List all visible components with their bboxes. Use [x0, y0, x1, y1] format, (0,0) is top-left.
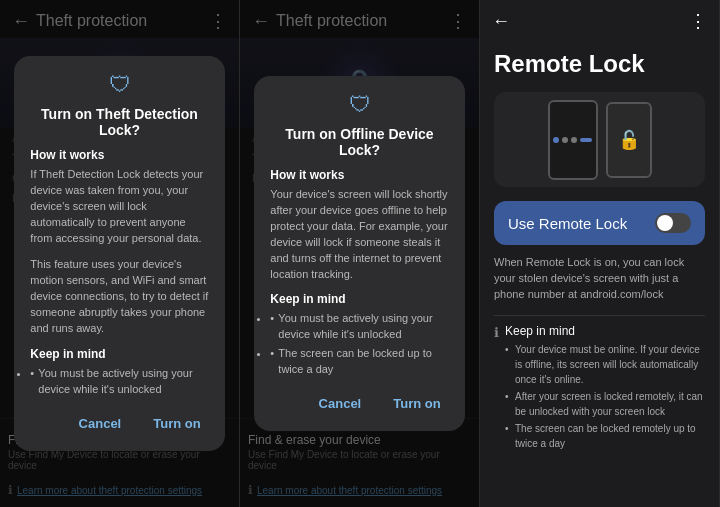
dot-1 [553, 137, 559, 143]
modal-title-2: Turn on Offline Device Lock? [270, 126, 448, 158]
modal-keep-mind-item-2-1: The screen can be locked up to twice a d… [270, 346, 448, 378]
keep-mind-row: ℹ Keep in mind Your device must be onlin… [494, 324, 705, 453]
modal-actions-2: Cancel Turn on [270, 392, 448, 415]
modal-overlay-2: 🛡 Turn on Offline Device Lock? How it wo… [240, 0, 479, 507]
modal-cancel-button-2[interactable]: Cancel [311, 392, 370, 415]
toggle-knob [657, 215, 673, 231]
back-button-3[interactable]: ← [492, 11, 510, 32]
locked-phone-content [553, 137, 592, 143]
modal-how-works-text-2: Your device's screen will lock shortly a… [270, 187, 448, 283]
modal-cancel-button-1[interactable]: Cancel [71, 412, 130, 435]
topbar-3: ← ⋮ [480, 0, 719, 38]
modal-card-1: 🛡 Turn on Theft Detection Lock? How it w… [14, 56, 224, 450]
modal-how-works-text-1: If Theft Detection Lock detects your dev… [30, 167, 208, 247]
modal-confirm-button-2[interactable]: Turn on [385, 392, 448, 415]
phone-mockup-area: 🔓 [494, 92, 705, 187]
keep-mind-info-icon: ℹ [494, 325, 499, 340]
locked-phone-frame [548, 100, 598, 180]
modal-card-2: 🛡 Turn on Offline Device Lock? How it wo… [254, 76, 464, 431]
dot-3 [571, 137, 577, 143]
keep-mind-content: Keep in mind Your device must be online.… [505, 324, 705, 453]
remote-lock-title: Remote Lock [494, 50, 705, 78]
modal-confirm-button-1[interactable]: Turn on [145, 412, 208, 435]
keep-mind-bullets: Your device must be online. If your devi… [505, 342, 705, 451]
remote-lock-description: When Remote Lock is on, you can lock you… [494, 255, 705, 303]
modal-how-works-label-2: How it works [270, 168, 448, 182]
modal-keep-mind-list-2: You must be actively using your device w… [270, 311, 448, 378]
unlock-padlock-icon: 🔓 [618, 129, 640, 151]
dash-1 [580, 138, 592, 142]
modal-keep-mind-label-1: Keep in mind [30, 347, 208, 361]
divider-1 [494, 315, 705, 316]
remote-lock-label: Use Remote Lock [508, 215, 627, 232]
modal-keep-mind-label-2: Keep in mind [270, 292, 448, 306]
modal-feature-text-1: This feature uses your device's motion s… [30, 257, 208, 337]
keep-mind-bullet-1: After your screen is locked remotely, it… [505, 389, 705, 419]
modal-keep-mind-list-1: You must be actively using your device w… [30, 366, 208, 398]
modal-keep-mind-item-1: You must be actively using your device w… [30, 366, 208, 398]
modal-shield-2: 🛡 [270, 92, 448, 118]
panel-remote-lock: ← ⋮ Remote Lock 🔓 Use Remote Lock [480, 0, 720, 507]
remote-lock-content: Remote Lock 🔓 Use Remote Lock When [480, 38, 719, 507]
modal-overlay-1: 🛡 Turn on Theft Detection Lock? How it w… [0, 0, 239, 507]
modal-shield-1: 🛡 [30, 72, 208, 98]
remote-lock-toggle[interactable] [655, 213, 691, 233]
keep-mind-title: Keep in mind [505, 324, 705, 338]
dot-2 [562, 137, 568, 143]
remote-lock-row: Use Remote Lock [494, 201, 705, 245]
panel-offline-device: ← Theft protection ⋮ 🔒 A... T... R... Fi… [240, 0, 480, 507]
modal-how-works-label-1: How it works [30, 148, 208, 162]
modal-title-1: Turn on Theft Detection Lock? [30, 106, 208, 138]
modal-keep-mind-item-2-0: You must be actively using your device w… [270, 311, 448, 343]
modal-actions-1: Cancel Turn on [30, 412, 208, 435]
keep-mind-bullet-0: Your device must be online. If your devi… [505, 342, 705, 387]
panel-theft-detection: ← Theft protection ⋮ 🔒 A... T... C... R.… [0, 0, 240, 507]
menu-button-3[interactable]: ⋮ [689, 10, 707, 32]
keep-mind-section: ℹ Keep in mind Your device must be onlin… [494, 324, 705, 453]
unlocked-phone-frame: 🔓 [606, 102, 652, 178]
keep-mind-bullet-2: The screen can be locked remotely up to … [505, 421, 705, 451]
